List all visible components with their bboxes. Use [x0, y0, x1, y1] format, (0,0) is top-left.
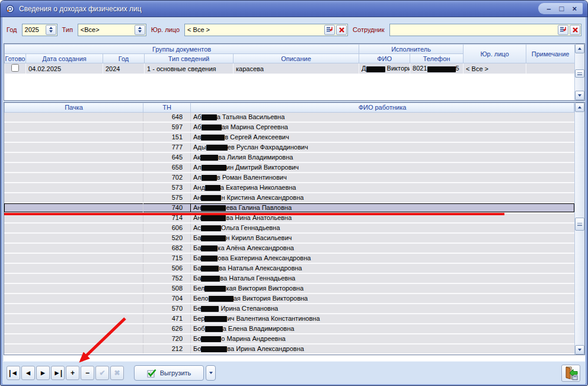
- fio-cell: Алин Дмитрий Викторович: [191, 163, 574, 172]
- scroll-up-button[interactable]: [575, 44, 584, 53]
- column-header-ready[interactable]: Готово: [5, 54, 26, 63]
- employees-table: Пачка ТН ФИО работника 648Аба Татьяна Ва…: [4, 102, 585, 355]
- table-row[interactable]: 752Бава Наталья Геннадьевна: [4, 274, 574, 284]
- type-combo[interactable]: <Все>: [78, 24, 146, 36]
- employee-clear-button[interactable]: [570, 25, 580, 35]
- column-header-tn[interactable]: ТН: [143, 103, 191, 113]
- table-row[interactable]: 573Анда Екатерина Николаевна: [4, 183, 574, 193]
- scroll-thumb[interactable]: [575, 218, 584, 231]
- employee-field[interactable]: [389, 24, 582, 36]
- table-row[interactable]: 597Абая Марина Сергеевна: [4, 123, 574, 133]
- table-row[interactable]: 648Аба Татьяна Васильевна: [4, 113, 574, 123]
- pachka-cell: [4, 294, 143, 303]
- nav-first-button[interactable]: |◄: [7, 366, 20, 380]
- year-spin-button[interactable]: [46, 25, 56, 35]
- column-header-note[interactable]: Примечание: [526, 44, 575, 63]
- employee-lookup-button[interactable]: [558, 25, 568, 35]
- legal-lookup-button[interactable]: [324, 25, 335, 35]
- legal-entity-field[interactable]: < Все >: [184, 24, 348, 36]
- table-row[interactable]: 714Анва Нина Анатольевна: [4, 213, 574, 224]
- export-button[interactable]: Выгрузить: [134, 365, 204, 381]
- table-row[interactable]: 658Алин Дмитрий Викторович: [4, 163, 574, 173]
- nav-delete-button[interactable]: −: [81, 366, 94, 380]
- pachka-cell: [4, 344, 143, 353]
- lookup-icon: [326, 26, 333, 33]
- fio-cell: Белоая Виктория Викторовна: [191, 294, 574, 303]
- table-row[interactable]: 702Алв Роман Валентинович: [4, 173, 574, 183]
- scroll-up-button[interactable]: [575, 103, 584, 112]
- table-row[interactable]: 151Авв Сергей Алексеевич: [4, 133, 574, 143]
- nav-prior-button[interactable]: ◄: [21, 366, 35, 380]
- column-header-date[interactable]: Дата создания: [26, 54, 103, 63]
- fio-cell: Алв Роман Валентинович: [191, 173, 574, 182]
- dropdown-arrow-icon: [209, 372, 213, 374]
- tn-cell: 658: [143, 163, 191, 172]
- export-dropdown-button[interactable]: [206, 365, 216, 381]
- column-header-pachka[interactable]: Пачка: [4, 103, 143, 113]
- fio-cell: Анда Екатерина Николаевна: [191, 183, 574, 192]
- table-row[interactable]: 645Аква Лилия Владимировна: [4, 153, 574, 163]
- combo-updown-icon: [138, 27, 142, 29]
- exit-button[interactable]: [561, 365, 580, 382]
- pachka-cell: [4, 213, 143, 222]
- legal-clear-button[interactable]: [336, 25, 347, 35]
- table-row[interactable]: 626Боба Елена Владимировна: [4, 324, 574, 334]
- pachka-cell: [4, 143, 143, 152]
- ready-checkbox[interactable]: [11, 64, 19, 72]
- table-row[interactable]: 740Анева Галина Павловна: [4, 203, 574, 213]
- table-row[interactable]: 777Адыев Руслан Фахраддинович: [4, 143, 574, 153]
- maximize-button[interactable]: □: [560, 5, 564, 12]
- column-header-phone[interactable]: Телефон: [410, 54, 464, 63]
- redaction-bar: [206, 145, 228, 151]
- table-row[interactable]: 720Боо Марина Андреевна: [4, 334, 574, 344]
- table-row[interactable]: 212Бова Ирина Александровна: [4, 344, 574, 355]
- upper-scrollbar[interactable]: [574, 44, 584, 100]
- scroll-thumb-grip-icon: [577, 72, 582, 75]
- table-row[interactable]: 704Белоая Виктория Викторовна: [4, 294, 574, 304]
- year-label: Год: [7, 26, 17, 33]
- lower-scrollbar[interactable]: [574, 103, 584, 355]
- redaction-bar: [204, 316, 227, 322]
- fio-cell: Анн Кристина Александровна: [191, 193, 574, 202]
- column-header-legal[interactable]: Юр. лицо: [464, 44, 526, 63]
- phone-cell: 80215: [410, 63, 464, 74]
- table-row[interactable]: 682Бака Алёна Александровна: [4, 244, 574, 254]
- nav-insert-button[interactable]: +: [66, 366, 79, 380]
- fio-cell: Бава Наталья Геннадьевна: [191, 274, 574, 283]
- scroll-down-icon: [578, 94, 581, 97]
- document-group-row[interactable]: 04.02.2025 2024 1 - основные сведения ка…: [5, 63, 575, 74]
- table-row[interactable]: 508Белкая Виктория Викторовна: [4, 284, 574, 294]
- date-cell: 04.02.2025: [26, 63, 103, 74]
- fio-cell: Аква Лилия Владимировна: [191, 153, 574, 162]
- type-combo-button[interactable]: [135, 25, 145, 35]
- pachka-cell: [4, 274, 143, 283]
- tn-cell: 508: [143, 284, 191, 293]
- fio-cell: Баова Екатерина Александровна: [191, 254, 574, 263]
- table-row[interactable]: 575Анн Кристина Александровна: [4, 193, 574, 203]
- table-row[interactable]: 471Берич Валентина Константиновна: [4, 314, 574, 324]
- column-header-description[interactable]: Описание: [234, 54, 359, 63]
- table-row[interactable]: 520Бан Кирилл Васильевич: [4, 234, 574, 244]
- table-row[interactable]: 570Бе Ирина Степановна: [4, 304, 574, 314]
- tn-cell: 704: [143, 294, 191, 303]
- close-button[interactable]: ×: [572, 5, 577, 12]
- nav-last-button[interactable]: ►|: [51, 366, 65, 380]
- fio-cell: Бава Наталья Александровна: [191, 264, 574, 273]
- column-header-fio-worker[interactable]: ФИО работника: [191, 103, 574, 113]
- column-header-fio[interactable]: ФИО: [359, 54, 410, 63]
- year-spinner[interactable]: 2025: [22, 24, 57, 36]
- table-row[interactable]: 606АсОльга Геннадьевна: [4, 224, 574, 234]
- redaction-bar: [201, 256, 218, 261]
- pachka-cell: [4, 163, 143, 172]
- table-bottom-gap: [4, 355, 585, 361]
- minimize-button[interactable]: –: [547, 5, 551, 12]
- scroll-thumb[interactable]: [575, 69, 584, 78]
- scroll-down-button[interactable]: [575, 91, 584, 100]
- scroll-down-button[interactable]: [575, 345, 584, 355]
- table-row[interactable]: 715Баова Екатерина Александровна: [4, 254, 574, 264]
- lookup-icon: [560, 26, 567, 33]
- nav-next-button[interactable]: ►: [36, 366, 50, 380]
- table-row[interactable]: 506Бава Наталья Александровна: [4, 264, 574, 274]
- column-header-year[interactable]: Год: [103, 54, 145, 63]
- column-header-type[interactable]: Тип сведений: [145, 54, 234, 63]
